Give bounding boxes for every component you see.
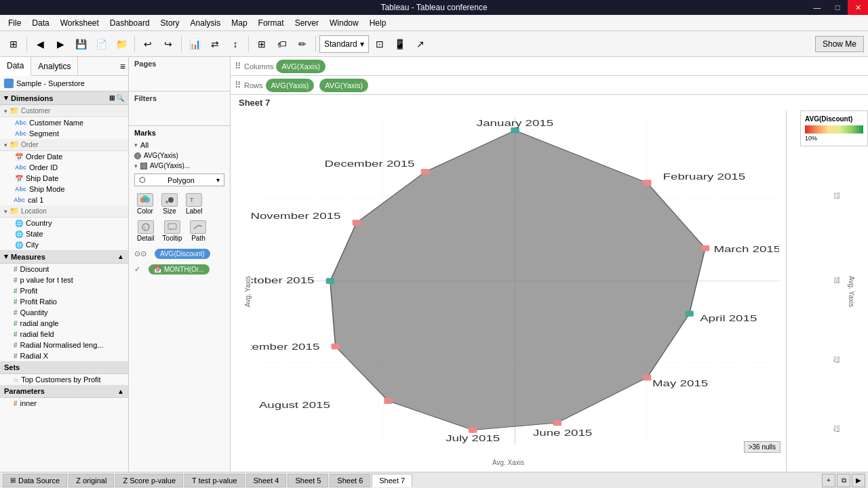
field-radial-x[interactable]: # Radial X (0, 350, 128, 361)
toolbar-fix[interactable]: ⊡ (370, 35, 389, 54)
label-btn[interactable]: T Label (183, 192, 205, 216)
group-order[interactable]: ▾ 📁 Order (0, 139, 128, 151)
toolbar-label[interactable]: 🏷 (273, 35, 292, 54)
marks-type-dropdown[interactable]: ⬡ Polygon ▾ (134, 174, 224, 186)
toolbar-highlight[interactable]: ✏ (293, 35, 312, 54)
tab-scroll-right[interactable]: ▶ (852, 474, 865, 487)
menu-server[interactable]: Server (290, 17, 324, 29)
parameters-header[interactable]: Parameters ▲ (0, 385, 128, 398)
field-radial-norm[interactable]: # Radial Normalised leng... (0, 340, 128, 350)
detail-btn[interactable]: i Detail (134, 219, 157, 243)
field-profit[interactable]: # Profit (0, 285, 128, 296)
maximize-btn[interactable]: □ (827, 0, 848, 15)
y-axis-label-left: Avg. Yaxis (244, 275, 252, 306)
field-cal1[interactable]: Abc cal 1 (0, 195, 128, 205)
size-btn[interactable]: Size (159, 192, 180, 216)
field-radial-field[interactable]: # radial field (0, 329, 128, 340)
color-btn[interactable]: Color (134, 192, 156, 216)
toolbar-open[interactable]: 📁 (112, 35, 131, 54)
marks-avgyaxis2-item[interactable]: ▾ AVG(Yaxis)... (129, 161, 230, 171)
field-state[interactable]: 🌐 State (0, 228, 128, 239)
measures-collapse-icon[interactable]: ▲ (117, 253, 124, 260)
measures-header[interactable]: ▾ Measures ▲ (0, 250, 128, 264)
menu-dashboard[interactable]: Dashboard (104, 17, 155, 29)
tab-data[interactable]: Data (0, 57, 31, 76)
field-profit-ratio[interactable]: # Profit Ratio (0, 296, 128, 307)
close-btn[interactable]: ✕ (848, 0, 868, 15)
toolbar-share[interactable]: ↗ (411, 35, 430, 54)
rows-pill-yaxis1[interactable]: AVG(Yaxis) (266, 79, 315, 92)
field-quantity[interactable]: # Quantity (0, 307, 128, 318)
toolbar-new[interactable]: 📄 (92, 35, 111, 54)
menu-map[interactable]: Map (226, 17, 252, 29)
field-discount[interactable]: # Discount (0, 264, 128, 274)
toolbar-undo[interactable]: ↩ (138, 35, 157, 54)
tab-sheet6[interactable]: Sheet 6 (330, 474, 370, 487)
duplicate-sheet-btn[interactable]: ⧉ (837, 474, 850, 487)
toolbar-home[interactable]: ⊞ (4, 35, 23, 54)
toolbar-save[interactable]: 💾 (71, 35, 90, 54)
menu-format[interactable]: Format (253, 17, 290, 29)
dimensions-header[interactable]: ▾ Dimensions ⊞ 🔍 (0, 92, 128, 105)
field-radial-angle[interactable]: # radial angle (0, 318, 128, 329)
tab-sheet4[interactable]: Sheet 4 (246, 474, 287, 487)
field-order-date[interactable]: 📅 Order Date (0, 151, 128, 162)
dimensions-grid-icon[interactable]: ⊞ (109, 94, 115, 102)
menu-help[interactable]: Help (364, 17, 392, 29)
tab-sheet7[interactable]: Sheet 7 (372, 474, 412, 487)
toolbar-forward[interactable]: ▶ (51, 35, 70, 54)
tab-datasource[interactable]: ⊞ Data Source (3, 474, 67, 487)
menu-file[interactable]: File (3, 17, 26, 29)
marks-all-item[interactable]: ▾ All (129, 140, 230, 150)
field-ship-mode[interactable]: Abc Ship Mode (0, 184, 128, 195)
tab-z-score-pvalue[interactable]: Z Score p-value (115, 474, 183, 487)
sets-header[interactable]: Sets (0, 361, 128, 374)
tab-sheet5[interactable]: Sheet 5 (288, 474, 328, 487)
parameters-collapse-icon[interactable]: ▲ (117, 388, 124, 395)
field-city[interactable]: 🌐 City (0, 239, 128, 250)
hash-pvalue-icon: # (14, 277, 18, 284)
marks-avgyaxis1-item[interactable]: AVG(Yaxis) (129, 150, 230, 161)
group-location[interactable]: ▾ 📁 Location (0, 205, 128, 218)
datasource-name[interactable]: Sample - Superstore (16, 79, 85, 87)
toolbar-device[interactable]: 📱 (391, 35, 410, 54)
avg-discount-pill[interactable]: AVG(Discount) (155, 249, 210, 259)
field-pvalue[interactable]: # p value for t test (0, 274, 128, 285)
toolbar-bar-chart[interactable]: 📊 (185, 35, 204, 54)
path-btn[interactable]: Path (187, 219, 209, 243)
nulls-badge[interactable]: >36 nulls (744, 441, 781, 453)
field-customer-name[interactable]: Abc Customer Name (0, 117, 128, 128)
field-segment[interactable]: Abc Segment (0, 128, 128, 139)
menu-window[interactable]: Window (324, 17, 364, 29)
menu-worksheet[interactable]: Worksheet (55, 17, 104, 29)
menu-data[interactable]: Data (26, 17, 54, 29)
toolbar-group[interactable]: ⊞ (252, 35, 271, 54)
tooltip-btn[interactable]: Tooltip (160, 219, 185, 243)
columns-pill-xaxis[interactable]: AVG(Xaxis) (276, 60, 326, 73)
field-inner[interactable]: # inner (0, 398, 128, 409)
toolbar-back[interactable]: ◀ (31, 35, 50, 54)
minimize-btn[interactable]: — (807, 0, 827, 15)
tab-analytics[interactable]: Analytics (31, 57, 78, 75)
field-country[interactable]: 🌐 Country (0, 218, 128, 228)
field-order-id[interactable]: Abc Order ID (0, 162, 128, 173)
toolbar-sort[interactable]: ↕ (226, 35, 245, 54)
field-top-customers[interactable]: ∩ Top Customers by Profit (0, 374, 128, 385)
view-size-dropdown[interactable]: Standard ▾ (319, 35, 369, 53)
show-me-button[interactable]: Show Me (815, 36, 864, 52)
tab-ttest-pvalue[interactable]: T test p-value (184, 474, 244, 487)
new-sheet-btn[interactable]: + (822, 474, 835, 487)
field-ship-date[interactable]: 📅 Ship Date (0, 173, 128, 184)
sidebar-options-icon[interactable]: ≡ (120, 61, 125, 72)
datasource-tab-icon: ⊞ (10, 476, 16, 484)
toolbar-swap[interactable]: ⇄ (205, 35, 224, 54)
toolbar-redo[interactable]: ↪ (159, 35, 178, 54)
group-customer[interactable]: ▾ 📁 Customer (0, 105, 128, 117)
tab-z-original[interactable]: Z original (68, 474, 114, 487)
menu-story[interactable]: Story (155, 17, 185, 29)
rows-pill-yaxis2[interactable]: AVG(Yaxis) (319, 79, 368, 92)
chart-svg-left: January 2015 February 2015 March 2015 Ap… (251, 117, 779, 445)
month-pill[interactable]: 📅 MONTH(Or... (149, 264, 210, 274)
dimensions-search-icon[interactable]: 🔍 (116, 94, 124, 102)
menu-analysis[interactable]: Analysis (185, 17, 226, 29)
